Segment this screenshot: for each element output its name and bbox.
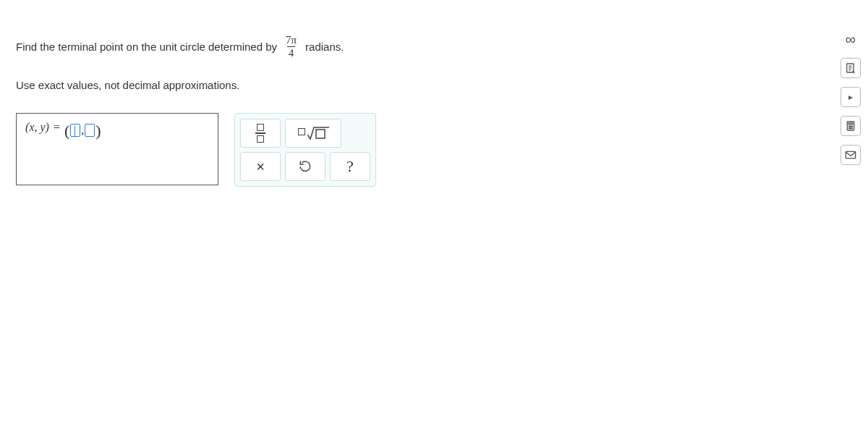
svg-point-10: [848, 128, 849, 129]
y-input-placeholder[interactable]: [85, 124, 95, 137]
svg-rect-6: [848, 123, 852, 125]
help-button[interactable]: ?: [330, 152, 370, 181]
paren-open: (: [64, 122, 69, 140]
answer-input-box[interactable]: (x, y) = ( , ): [16, 113, 218, 185]
question-content: Find the terminal point on the unit circ…: [0, 0, 825, 203]
instruction-text: Use exact values, not decimal approximat…: [16, 79, 809, 91]
comma: ,: [81, 124, 84, 137]
side-toolbar: ∞ ▸: [841, 29, 861, 165]
question-suffix: radians.: [305, 41, 344, 53]
angle-fraction: 7π 4: [284, 35, 298, 59]
play-icon: ▸: [848, 92, 853, 102]
infinity-icon: ∞: [846, 31, 856, 48]
math-toolbox: × ?: [234, 113, 376, 187]
fraction-icon: [255, 124, 265, 143]
clear-button[interactable]: ×: [240, 152, 281, 181]
calculator-icon: [845, 120, 856, 132]
answer-rhs: ( , ): [64, 121, 101, 140]
fraction-denominator: 4: [287, 46, 296, 59]
sqrt-icon: [298, 126, 329, 140]
notes-button[interactable]: [841, 58, 861, 78]
help-icon: ?: [346, 157, 354, 176]
svg-point-11: [850, 128, 851, 129]
svg-point-12: [851, 128, 852, 129]
svg-rect-13: [846, 151, 855, 158]
undo-button[interactable]: [285, 152, 326, 181]
fraction-numerator: 7π: [284, 35, 298, 46]
notes-icon: [845, 62, 856, 74]
calculator-button[interactable]: [841, 116, 861, 136]
svg-point-7: [848, 126, 849, 127]
infinity-button[interactable]: ∞: [841, 29, 861, 49]
mail-icon: [845, 150, 856, 160]
answer-equals: =: [54, 121, 60, 134]
x-input-placeholder[interactable]: [70, 124, 80, 137]
answer-lhs: (x, y): [25, 121, 49, 134]
play-button[interactable]: ▸: [841, 87, 861, 107]
undo-icon: [299, 160, 312, 173]
question-prefix: Find the terminal point on the unit circ…: [16, 41, 277, 53]
mail-button[interactable]: [841, 145, 861, 165]
clear-icon: ×: [256, 159, 265, 175]
question-text: Find the terminal point on the unit circ…: [16, 35, 809, 59]
svg-point-8: [850, 126, 851, 127]
work-area: (x, y) = ( , ): [16, 113, 809, 187]
svg-point-9: [851, 126, 852, 127]
fraction-tool-button[interactable]: [240, 119, 281, 148]
paren-close: ): [95, 122, 101, 140]
svg-rect-0: [316, 130, 325, 138]
sqrt-tool-button[interactable]: [285, 119, 341, 148]
